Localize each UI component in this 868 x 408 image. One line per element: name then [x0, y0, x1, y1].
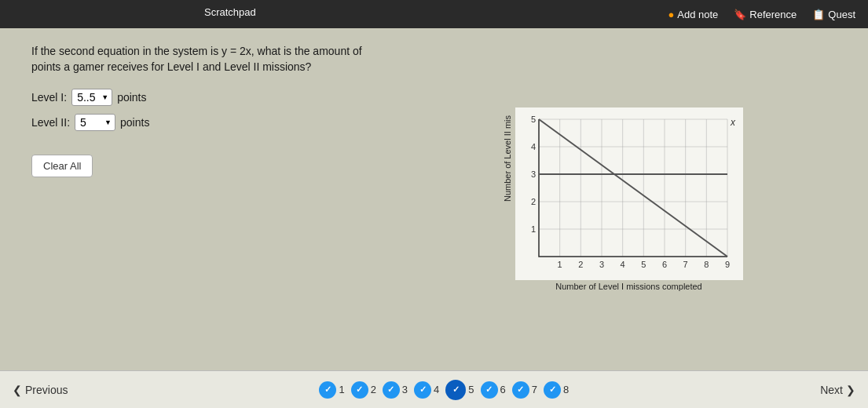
scratchpad-title: Scratchpad	[204, 6, 256, 18]
page-number-4[interactable]: ✓4	[414, 381, 439, 399]
page-check-3: ✓	[383, 381, 400, 399]
level1-dropdown[interactable]: 5..5	[71, 89, 112, 106]
page-number-7[interactable]: ✓7	[512, 381, 537, 399]
page-number-8[interactable]: ✓8	[544, 381, 569, 399]
graph-panel: Number of Level II mis Number of Level I…	[393, 36, 852, 362]
question-text: If the second equation in the system is …	[31, 44, 377, 75]
page-numbers: ✓1✓2✓3✓4✓5✓6✓7✓8	[319, 380, 569, 400]
clear-all-button[interactable]: Clear All	[31, 155, 93, 177]
page-number-1[interactable]: ✓1	[319, 381, 344, 399]
level1-row: Level I: 5..5 points	[31, 89, 377, 106]
page-check-8: ✓	[544, 381, 561, 399]
main-content: If the second equation in the system is …	[0, 28, 868, 370]
chevron-left-icon: ❮	[13, 384, 22, 396]
top-bar: Scratchpad ● Add note 🔖 Reference 📋 Ques…	[0, 0, 868, 28]
graph-container: Number of Level II mis Number of Level I…	[503, 107, 743, 291]
reference-icon: 🔖	[734, 9, 746, 20]
level1-label: Level I:	[31, 91, 67, 104]
page-check-1: ✓	[319, 381, 336, 399]
bottom-bar: ❮ Previous ✓1✓2✓3✓4✓5✓6✓7✓8 Next ❯	[0, 370, 868, 408]
quest-button[interactable]: 📋 Quest	[812, 9, 855, 20]
quest-icon: 📋	[812, 9, 825, 20]
page-number-3[interactable]: ✓3	[383, 381, 408, 399]
add-note-icon: ●	[668, 9, 674, 20]
add-note-button[interactable]: ● Add note	[668, 9, 718, 20]
level2-label: Level II:	[31, 116, 70, 129]
page-num-label-1: 1	[339, 384, 344, 395]
chevron-right-icon: ❯	[846, 384, 855, 396]
page-check-4: ✓	[414, 381, 431, 399]
page-check-2: ✓	[351, 381, 368, 399]
graph-area: Number of Level I missions completed	[515, 107, 743, 291]
page-check-5: ✓	[445, 380, 466, 400]
next-button[interactable]: Next ❯	[820, 384, 855, 396]
page-num-label-3: 3	[402, 384, 408, 395]
left-panel: If the second equation in the system is …	[16, 36, 393, 362]
page-num-label-8: 8	[563, 384, 569, 395]
page-number-6[interactable]: ✓6	[481, 381, 506, 399]
page-check-6: ✓	[481, 381, 498, 399]
page-number-5[interactable]: ✓5	[445, 380, 474, 400]
page-num-label-7: 7	[532, 384, 537, 395]
level1-unit: points	[117, 91, 146, 104]
level2-dropdown[interactable]: 5	[75, 114, 115, 131]
page-num-label-5: 5	[468, 384, 474, 395]
page-number-2[interactable]: ✓2	[351, 381, 376, 399]
page-check-7: ✓	[512, 381, 529, 399]
page-num-label-6: 6	[500, 384, 506, 395]
page-num-label-4: 4	[434, 384, 439, 395]
reference-button[interactable]: 🔖 Reference	[734, 9, 797, 20]
page-num-label-2: 2	[371, 384, 376, 395]
x-axis-label: Number of Level I missions completed	[515, 282, 743, 291]
y-axis-label: Number of Level II mis	[503, 115, 512, 202]
level2-unit: points	[120, 116, 149, 129]
level2-row: Level II: 5 points	[31, 114, 377, 131]
previous-button[interactable]: ❮ Previous	[13, 384, 68, 396]
